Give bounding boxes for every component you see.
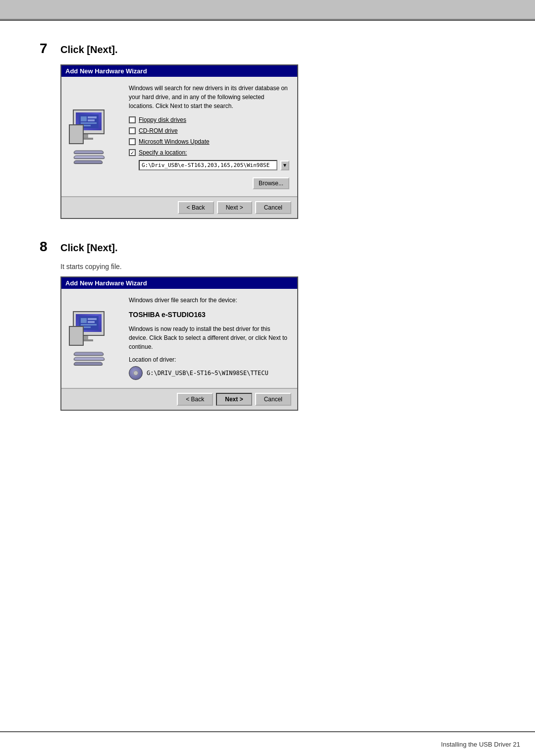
step-8-title: Click [Next]. bbox=[60, 242, 118, 254]
wizard-7-content: Windows will search for new drivers in i… bbox=[121, 77, 297, 196]
checkbox-winupdate[interactable] bbox=[129, 138, 136, 145]
wizard-8-titlebar: Add New Hardware Wizard bbox=[61, 277, 297, 289]
location-input[interactable]: G:\Driv_USB\e-ST163,203,165,205\Win98SE bbox=[139, 160, 277, 170]
checkbox-specify-row: ✓ Specify a location: bbox=[129, 149, 289, 156]
checkbox-cdrom-label: CD-ROM drive bbox=[139, 127, 178, 134]
wizard-8-image bbox=[61, 289, 121, 388]
svg-rect-1 bbox=[81, 116, 87, 121]
driver-cd-icon bbox=[129, 366, 143, 380]
back-button-7[interactable]: < Back bbox=[178, 201, 214, 214]
step-7-title: Click [Next]. bbox=[60, 44, 118, 55]
computer-illustration-8 bbox=[69, 311, 113, 366]
checkbox-cdrom[interactable] bbox=[129, 127, 136, 134]
browse-button[interactable]: Browse... bbox=[253, 177, 289, 189]
location-dropdown-arrow[interactable]: ▼ bbox=[280, 161, 289, 170]
browse-button-container: Browse... bbox=[129, 173, 289, 189]
step-8-subtitle: It starts copying file. bbox=[60, 263, 495, 270]
computer-illustration bbox=[69, 109, 113, 164]
checkbox-winupdate-row: Microsoft Windows Update bbox=[129, 138, 289, 145]
wizard-7-image bbox=[61, 77, 121, 196]
wizard-dialog-8: Add New Hardware Wizard bbox=[60, 276, 298, 411]
wizard-8-footer: < Back Next > Cancel bbox=[61, 388, 297, 410]
back-button-8[interactable]: < Back bbox=[177, 393, 213, 406]
step-7-section: 7 Click [Next]. Add New Hardware Wizard bbox=[40, 41, 495, 219]
wizard-8-body: Windows driver file search for the devic… bbox=[61, 289, 297, 388]
svg-rect-10 bbox=[81, 324, 97, 325]
svg-rect-3 bbox=[88, 119, 95, 121]
cpu-box-8 bbox=[69, 326, 84, 346]
next-button-7[interactable]: Next > bbox=[217, 201, 252, 214]
wizard-8-title-text: Add New Hardware Wizard bbox=[65, 279, 147, 287]
wizard-8-search-text: Windows driver file search for the devic… bbox=[129, 296, 289, 305]
step-7-number: 7 bbox=[40, 41, 54, 56]
checkbox-cdrom-row: CD-ROM drive bbox=[129, 127, 289, 134]
wizard-7-footer: < Back Next > Cancel bbox=[61, 196, 297, 218]
location-input-row: G:\Driv_USB\e-ST163,203,165,205\Win98SE … bbox=[139, 160, 289, 170]
checkbox-floppy-label: Floppy disk drives bbox=[139, 116, 186, 123]
checkbox-specify[interactable]: ✓ bbox=[129, 149, 136, 156]
wizard-8-ready-text: Windows is now ready to install the best… bbox=[129, 324, 289, 351]
driver-path-text: G:\DRIV_USB\E-ST16~5\WIN98SE\TTECU bbox=[147, 370, 268, 377]
svg-rect-7 bbox=[81, 318, 87, 323]
svg-rect-2 bbox=[88, 116, 97, 118]
svg-rect-9 bbox=[88, 321, 95, 323]
step-8-number: 8 bbox=[40, 239, 54, 255]
wizard-8-content: Windows driver file search for the devic… bbox=[121, 289, 297, 388]
step-8-section: 8 Click [Next]. It starts copying file. … bbox=[40, 239, 495, 411]
driver-location-row: G:\DRIV_USB\E-ST16~5\WIN98SE\TTECU bbox=[129, 366, 289, 380]
cancel-button-8[interactable]: Cancel bbox=[255, 393, 291, 406]
step-7-header: 7 Click [Next]. bbox=[40, 41, 495, 56]
footer-page-text: Installing the USB Driver 21 bbox=[441, 741, 520, 748]
bottom-bar: Installing the USB Driver 21 bbox=[0, 731, 535, 756]
cd-stack bbox=[74, 150, 105, 164]
next-button-8[interactable]: Next > bbox=[216, 393, 252, 406]
cpu-box bbox=[69, 124, 84, 144]
svg-rect-4 bbox=[81, 122, 97, 124]
wizard-7-description: Windows will search for new drivers in i… bbox=[129, 84, 289, 110]
wizard-7-titlebar: Add New Hardware Wizard bbox=[61, 65, 297, 77]
checkbox-floppy-row: Floppy disk drives bbox=[129, 116, 289, 123]
location-label: Location of driver: bbox=[129, 356, 289, 363]
device-name: TOSHIBA e-STUDIO163 bbox=[129, 311, 289, 319]
wizard-dialog-7: Add New Hardware Wizard bbox=[60, 64, 298, 219]
wizard-7-title-text: Add New Hardware Wizard bbox=[65, 67, 147, 75]
top-bar bbox=[0, 0, 535, 20]
wizard-7-body: Windows will search for new drivers in i… bbox=[61, 77, 297, 196]
checkbox-winupdate-label: Microsoft Windows Update bbox=[139, 138, 210, 145]
svg-rect-8 bbox=[88, 318, 97, 320]
cancel-button-7[interactable]: Cancel bbox=[255, 201, 291, 214]
checkbox-specify-label: Specify a location: bbox=[139, 149, 187, 156]
step-8-header: 8 Click [Next]. bbox=[40, 239, 495, 255]
main-content: 7 Click [Next]. Add New Hardware Wizard bbox=[0, 21, 535, 470]
checkbox-floppy[interactable] bbox=[129, 116, 136, 123]
cd-stack-8 bbox=[74, 352, 105, 366]
